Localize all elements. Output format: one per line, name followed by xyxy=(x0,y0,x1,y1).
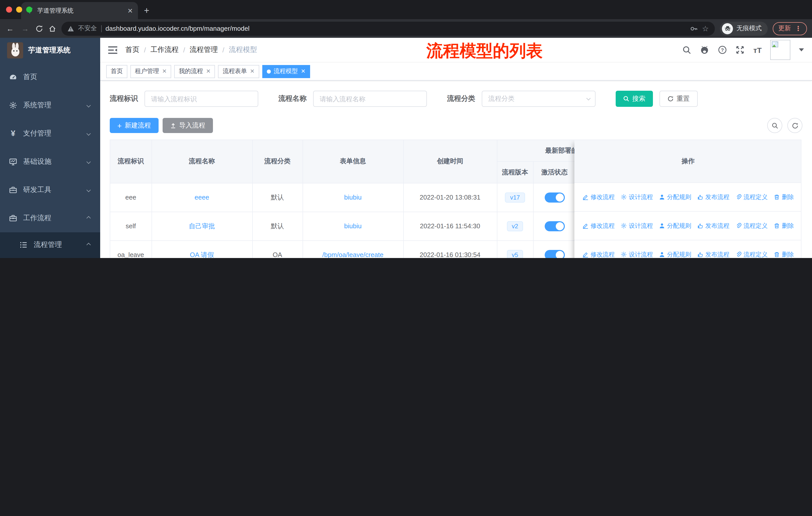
assign-rule-link[interactable]: 分配规则 xyxy=(659,250,691,258)
github-icon[interactable] xyxy=(700,45,709,54)
design-process-link[interactable]: 设计流程 xyxy=(621,193,653,201)
table-row: oa_leave OA 请假 OA /bpm/oa/leave/create 2… xyxy=(110,240,652,258)
avatar[interactable] xyxy=(770,40,790,60)
status-toggle[interactable] xyxy=(545,192,564,202)
process-definition-link[interactable]: 流程定义 xyxy=(735,250,768,258)
font-size-icon[interactable]: тT xyxy=(753,46,762,54)
close-icon[interactable]: ✕ xyxy=(301,68,305,75)
sidebar-item-process-form[interactable]: 流程表单 xyxy=(0,257,100,258)
home-icon[interactable] xyxy=(48,24,56,32)
sidebar-item-infra[interactable]: 基础设施 xyxy=(0,147,100,176)
form-info-link[interactable]: /bpm/oa/leave/create xyxy=(302,240,403,258)
sidebar-item-workflow[interactable]: 工作流程 xyxy=(0,204,100,232)
col-header-version: 流程版本 xyxy=(497,161,533,183)
maximize-window-button[interactable] xyxy=(26,6,32,12)
avatar-caret-icon[interactable] xyxy=(799,48,804,51)
pencil-icon xyxy=(582,223,588,229)
paperclip-icon xyxy=(735,223,742,229)
cell-created-time: 2022-01-16 11:54:30 xyxy=(403,212,497,240)
reset-button[interactable]: 重置 xyxy=(660,91,698,107)
process-definition-link[interactable]: 流程定义 xyxy=(735,221,768,230)
design-process-link[interactable]: 设计流程 xyxy=(621,250,653,258)
breadcrumb-process-mgmt[interactable]: 流程管理 xyxy=(190,45,218,54)
chevron-down-icon xyxy=(87,132,91,136)
fullscreen-icon[interactable] xyxy=(736,45,745,54)
sidebar-item-process-mgmt[interactable]: 流程管理 xyxy=(0,232,100,257)
tag-process-model[interactable]: 流程模型 ✕ xyxy=(262,65,310,78)
status-toggle[interactable] xyxy=(545,250,564,258)
delete-link[interactable]: 删除 xyxy=(774,193,794,201)
process-name-link[interactable]: 自己审批 xyxy=(151,212,252,240)
breadcrumb-workflow[interactable]: 工作流程 xyxy=(150,45,179,54)
navbar-actions: ? тT xyxy=(683,40,804,60)
sidebar-item-system[interactable]: 系统管理 xyxy=(0,91,100,119)
app-title: 芋道管理系统 xyxy=(28,46,70,55)
edit-process-link[interactable]: 修改流程 xyxy=(582,250,615,258)
process-name-link[interactable]: OA 请假 xyxy=(151,240,252,258)
edit-process-link[interactable]: 修改流程 xyxy=(582,193,615,201)
sidebar-item-payment[interactable]: ¥ 支付管理 xyxy=(0,119,100,147)
close-icon[interactable]: ✕ xyxy=(250,68,255,75)
process-name-input[interactable] xyxy=(313,91,427,107)
close-icon[interactable]: ✕ xyxy=(206,68,210,75)
breadcrumb-home[interactable]: 首页 xyxy=(125,45,140,54)
warning-icon[interactable] xyxy=(67,25,74,31)
create-button-label: 新建流程 xyxy=(125,121,151,130)
import-process-button[interactable]: 导入流程 xyxy=(163,118,213,133)
minimize-window-button[interactable] xyxy=(16,6,22,12)
monitor-icon xyxy=(9,158,17,166)
tag-my-process[interactable]: 我的流程 ✕ xyxy=(174,65,215,78)
url-text[interactable]: dashboard.yudao.iocoder.cn/bpm/manager/m… xyxy=(106,25,686,32)
edit-process-link[interactable]: 修改流程 xyxy=(582,221,615,230)
pencil-icon xyxy=(582,194,588,200)
tag-process-form[interactable]: 流程表单 ✕ xyxy=(218,65,259,78)
reload-icon[interactable] xyxy=(35,24,43,32)
close-window-button[interactable] xyxy=(6,6,12,12)
sidebar-item-home[interactable]: 首页 xyxy=(0,63,100,91)
key-icon[interactable] xyxy=(690,25,698,32)
status-toggle[interactable] xyxy=(545,221,564,231)
forward-icon[interactable]: → xyxy=(20,24,30,33)
refresh-button[interactable] xyxy=(787,118,803,133)
user-icon xyxy=(659,194,665,200)
form-info-link[interactable]: biubiu xyxy=(302,183,403,212)
assign-rule-link[interactable]: 分配规则 xyxy=(659,193,691,201)
create-process-button[interactable]: + 新建流程 xyxy=(110,118,158,133)
process-key-input[interactable] xyxy=(144,91,258,107)
tag-label: 我的流程 xyxy=(179,67,203,76)
publish-process-link[interactable]: 发布流程 xyxy=(697,221,729,230)
bookmark-star-icon[interactable]: ☆ xyxy=(702,24,709,33)
design-process-link[interactable]: 设计流程 xyxy=(621,221,653,230)
process-definition-link[interactable]: 流程定义 xyxy=(735,193,768,201)
process-name-link[interactable]: eeee xyxy=(151,183,252,212)
help-icon[interactable]: ? xyxy=(718,45,727,54)
action-label: 发布流程 xyxy=(705,250,729,258)
assign-rule-link[interactable]: 分配规则 xyxy=(659,221,691,230)
category-select[interactable]: 流程分类 xyxy=(482,91,596,107)
tag-tenant-mgmt[interactable]: 租户管理 ✕ xyxy=(130,65,171,78)
sidebar-collapse-icon[interactable] xyxy=(100,38,125,62)
back-icon[interactable]: ← xyxy=(5,24,15,33)
tab-close-icon[interactable]: ✕ xyxy=(127,7,133,15)
tag-home[interactable]: 首页 xyxy=(106,65,127,78)
browser-tab[interactable]: 芋道管理系统 ✕ xyxy=(21,2,138,19)
url-bar[interactable]: 不安全 dashboard.yudao.iocoder.cn/bpm/manag… xyxy=(61,21,715,35)
publish-process-link[interactable]: 发布流程 xyxy=(697,250,729,258)
publish-process-link[interactable]: 发布流程 xyxy=(697,193,729,201)
action-label: 发布流程 xyxy=(705,221,729,230)
action-label: 删除 xyxy=(782,221,794,230)
delete-link[interactable]: 删除 xyxy=(774,250,794,258)
search-button[interactable]: 搜索 xyxy=(616,91,653,107)
new-tab-button[interactable]: + xyxy=(144,5,149,16)
pencil-icon xyxy=(582,251,588,257)
update-button[interactable]: 更新 ⋮ xyxy=(773,22,807,35)
close-icon[interactable]: ✕ xyxy=(162,68,167,75)
search-icon[interactable] xyxy=(683,45,691,54)
browser-menu-icon[interactable]: ⋮ xyxy=(795,25,802,32)
delete-link[interactable]: 删除 xyxy=(774,221,794,230)
toggle-search-button[interactable] xyxy=(767,118,782,133)
table-toolbar: + 新建流程 导入流程 xyxy=(110,118,803,133)
window-controls[interactable] xyxy=(6,6,32,12)
sidebar-item-devtools[interactable]: 研发工具 xyxy=(0,176,100,204)
form-info-link[interactable]: biubiu xyxy=(302,212,403,240)
